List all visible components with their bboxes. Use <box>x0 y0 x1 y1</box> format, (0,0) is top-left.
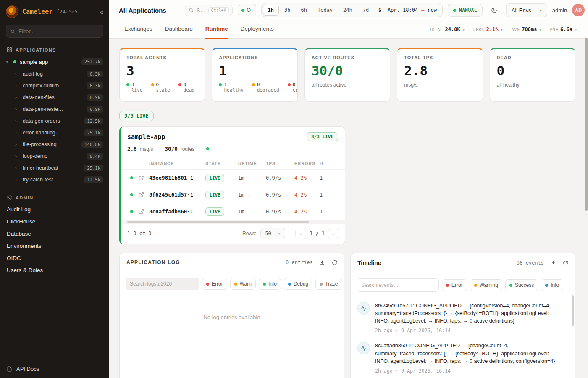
range-separator: — <box>421 7 424 13</box>
sidebar-item-loop-demo[interactable]: › loop-demo 8.4k <box>0 150 109 162</box>
external-link-icon[interactable] <box>133 192 149 197</box>
scrollbar-thumb[interactable] <box>585 38 588 211</box>
sidebar-item-users-roles[interactable]: Users & Roles <box>0 264 109 276</box>
refresh-mode-button[interactable]: MANUAL <box>448 4 483 17</box>
metric-caption: all routes active <box>312 82 383 88</box>
avatar[interactable]: AD <box>572 4 585 16</box>
horizontal-scrollbar[interactable] <box>121 220 345 224</box>
sidebar-item-data-gen-files[interactable]: › data-gen-files 8.9k <box>0 92 109 103</box>
metric-value: 30/0 <box>312 63 383 78</box>
event-timestamp: 2h ago · 9 Apr 2026, 16:14 <box>375 328 567 333</box>
sidebar-item-environments[interactable]: Environments <box>0 240 109 252</box>
timeline-filter-success[interactable]: Success <box>505 279 538 291</box>
log-filter-warn[interactable]: Warn <box>230 278 256 290</box>
tab-exchanges[interactable]: Exchanges <box>124 20 152 39</box>
header-stats: TOTAL 24.0K ↑ ERR% 2.1% ↑ AVG 708ms ↑ P9… <box>429 26 577 32</box>
search-icon <box>189 8 194 13</box>
refresh-icon[interactable] <box>332 260 337 265</box>
rows-label: Rows: <box>242 231 256 236</box>
external-link-icon[interactable] <box>133 175 149 181</box>
log-filter-debug[interactable]: Debug <box>284 278 312 290</box>
environment-selector[interactable]: All Envs ▾ <box>506 3 547 17</box>
download-icon[interactable] <box>320 260 325 265</box>
scrollbar-thumb[interactable] <box>127 221 309 223</box>
timeline-filter-error[interactable]: Error <box>442 279 467 291</box>
sidebar-item-oidc[interactable]: OIDC <box>0 252 109 264</box>
sidebar-item-data-gen-nested[interactable]: › data-gen-neste… 6.9k <box>0 103 109 115</box>
status-dot <box>263 283 266 286</box>
timeline-scrollbar-thumb[interactable] <box>572 295 574 326</box>
time-range-1h[interactable]: 1h <box>263 5 279 16</box>
sidebar-item-clickhouse[interactable]: ClickHouse <box>0 215 109 228</box>
events-count: 38 events <box>517 260 544 266</box>
sidebar-item-database[interactable]: Database <box>0 228 109 240</box>
sidebar-collapse-icon[interactable]: « <box>100 8 103 16</box>
col-errors: ERRORS <box>294 161 320 166</box>
table-row[interactable]: 8f6245c61d57-1 LIVE 1m 0.9/s 4.2% 1 <box>121 186 345 203</box>
online-status-chip[interactable]: O <box>238 4 256 16</box>
errors-value: 4.2% <box>294 175 320 181</box>
count-badge: 6.3k <box>87 71 103 77</box>
tree-item-label: data-gen-orders <box>23 118 60 124</box>
rows-per-page-select[interactable]: 50 ▾ <box>260 228 285 239</box>
table-row[interactable]: 43ee9811b801-1 LIVE 1m 0.9/s 4.2% 1 <box>121 170 345 186</box>
sidebar-filter-input[interactable] <box>18 28 99 34</box>
metric-title: APPLICATIONS <box>219 55 290 60</box>
dark-mode-toggle[interactable] <box>488 3 501 17</box>
time-range-6h[interactable]: 6h <box>296 5 312 16</box>
chevron-right-icon: › <box>15 165 19 171</box>
count-badge: 25.1k <box>84 129 103 136</box>
time-range-24h[interactable]: 24h <box>338 5 357 16</box>
timeline-event[interactable]: 8c0affadb860-1: CONFIG_APPLIED — {change… <box>351 337 575 377</box>
sidebar-item-audit-log-admin[interactable]: Audit Log <box>0 203 109 215</box>
global-search[interactable]: S… Ctrl+K <box>185 5 233 16</box>
time-range-today[interactable]: Today <box>312 5 338 16</box>
download-icon[interactable] <box>551 260 556 266</box>
prev-page-button[interactable]: ‹ <box>295 228 306 239</box>
tree-item-label: loop-demo <box>23 153 47 159</box>
sidebar-item-try-catch-test[interactable]: › try-catch-test 12.5k <box>0 174 109 186</box>
time-range-3h[interactable]: 3h <box>279 5 295 16</box>
next-page-button[interactable]: › <box>328 228 339 239</box>
sidebar-item-error-handling[interactable]: › error-handling-… 25.1k <box>0 127 109 139</box>
time-range-7d[interactable]: 7d <box>358 5 374 16</box>
timeline-event[interactable]: 8f6245c61d57-1: CONFIG_APPLIED — {config… <box>351 297 575 337</box>
sidebar-filter[interactable] <box>6 25 103 38</box>
log-filter-trace[interactable]: Trace <box>315 278 342 290</box>
instance-id: 8f6245c61d57-1 <box>149 192 205 198</box>
stat-label: P99 <box>550 27 559 32</box>
state-badge: LIVE <box>205 174 224 182</box>
metric-sub-live: 3 live <box>126 82 143 93</box>
page-scrollbar[interactable] <box>585 38 588 377</box>
tab-runtime[interactable]: Runtime <box>205 20 228 39</box>
time-range-display[interactable]: 9. Apr. 18:04 — now <box>374 7 441 13</box>
sidebar-item-complex-fulfillment[interactable]: › complex-fulfillm… 6.3k <box>0 80 109 92</box>
sidebar-item-sample-app[interactable]: ▾ sample app 252.7k <box>0 55 109 68</box>
metric-caption: all healthy <box>497 82 568 88</box>
timeline-filter-info[interactable]: Info <box>541 279 563 291</box>
sidebar-item-data-gen-orders[interactable]: › data-gen-orders 12.5k <box>0 115 109 127</box>
count-badge: 8.9k <box>87 94 103 101</box>
timeline-search-input[interactable] <box>357 278 439 292</box>
log-search-input[interactable] <box>126 278 199 290</box>
refresh-icon[interactable] <box>563 260 568 266</box>
api-docs-link[interactable]: API Docs <box>0 360 109 378</box>
status-dot <box>13 60 16 63</box>
sidebar-item-audit-log[interactable]: › audit-log 6.3k <box>0 68 109 80</box>
tab-dashboard[interactable]: Dashboard <box>165 20 193 39</box>
username: admin <box>552 7 567 13</box>
log-filter-info[interactable]: Info <box>259 278 281 290</box>
metric-title: DEAD <box>497 55 568 60</box>
search-value: S… <box>197 7 206 13</box>
sidebar-item-file-processing[interactable]: › file-processing 140.8k <box>0 139 109 150</box>
external-link-icon[interactable] <box>133 209 149 214</box>
tab-deployments[interactable]: Deployments <box>241 20 274 39</box>
trend-up-icon: ↑ <box>462 27 465 32</box>
log-filter-error[interactable]: Error <box>202 278 227 290</box>
table-row[interactable]: 8c0affadb860-1 LIVE 1m 0.9/s 4.2% 1 <box>121 203 345 220</box>
chevron-right-icon: › <box>15 71 19 77</box>
app-tps-unit: msg/s <box>140 146 153 152</box>
sidebar-item-timer-heartbeat[interactable]: › timer-heartbeat 25.1k <box>0 162 109 174</box>
timeline-filter-warning[interactable]: Warning <box>470 279 502 291</box>
errors-value: 4.2% <box>294 192 320 198</box>
